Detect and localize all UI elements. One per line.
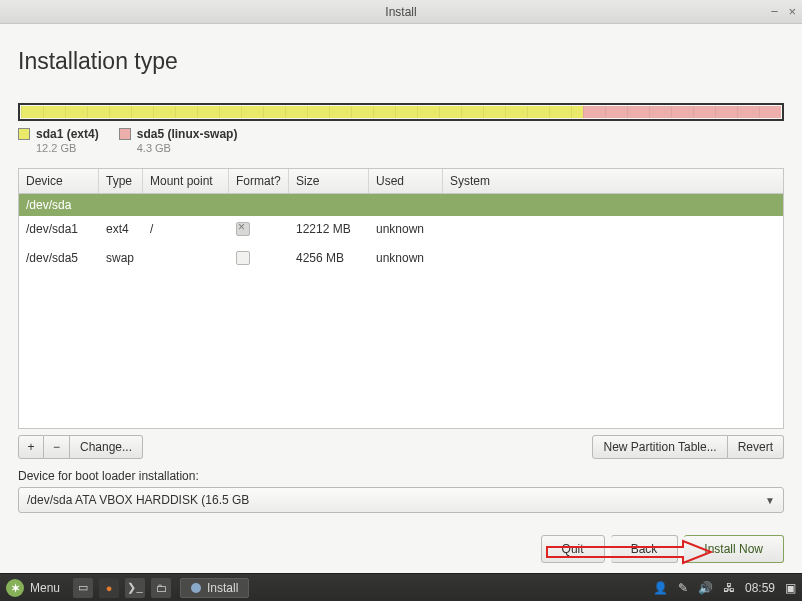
change-partition-button[interactable]: Change... bbox=[70, 435, 143, 459]
partition-table: Device Type Mount point Format? Size Use… bbox=[18, 168, 784, 429]
cell-system bbox=[443, 251, 783, 268]
chevron-down-icon: ▼ bbox=[765, 495, 775, 506]
swatch-pink bbox=[119, 128, 131, 140]
terminal-icon[interactable]: ❯_ bbox=[125, 578, 145, 598]
col-type[interactable]: Type bbox=[99, 169, 143, 193]
clock[interactable]: 08:59 bbox=[745, 581, 775, 595]
edit-icon[interactable]: ✎ bbox=[678, 581, 688, 595]
partition-seg-sda1 bbox=[21, 106, 583, 118]
bootloader-value: /dev/sda ATA VBOX HARDDISK (16.5 GB bbox=[27, 493, 249, 507]
files-icon[interactable]: 🗀 bbox=[151, 578, 171, 598]
cell-used: unknown bbox=[369, 251, 443, 268]
col-mount[interactable]: Mount point bbox=[143, 169, 229, 193]
legend-name: sda5 (linux-swap) bbox=[137, 127, 238, 141]
revert-button[interactable]: Revert bbox=[728, 435, 784, 459]
legend-name: sda1 (ext4) bbox=[36, 127, 99, 141]
cell-device: /dev/sda1 bbox=[19, 222, 99, 239]
minimize-icon[interactable]: − bbox=[771, 4, 779, 19]
device-group-row[interactable]: /dev/sda bbox=[19, 194, 783, 216]
new-partition-table-button[interactable]: New Partition Table... bbox=[592, 435, 727, 459]
quit-button[interactable]: Quit bbox=[541, 535, 605, 563]
show-desktop-icon[interactable]: ▭ bbox=[73, 578, 93, 598]
col-size[interactable]: Size bbox=[289, 169, 369, 193]
cell-system bbox=[443, 222, 783, 239]
cell-type: swap bbox=[99, 251, 143, 268]
taskbar: ✶ Menu ▭ ● ❯_ 🗀 Install 👤 ✎ 🔊 🖧 08:59 ▣ bbox=[0, 573, 802, 601]
app-icon bbox=[191, 583, 201, 593]
window-title: Install bbox=[385, 5, 416, 19]
col-used[interactable]: Used bbox=[369, 169, 443, 193]
install-now-button[interactable]: Install Now bbox=[684, 535, 784, 563]
user-icon[interactable]: 👤 bbox=[653, 581, 668, 595]
network-icon[interactable]: 🖧 bbox=[723, 581, 735, 595]
bootloader-select[interactable]: /dev/sda ATA VBOX HARDDISK (16.5 GB ▼ bbox=[18, 487, 784, 513]
volume-icon[interactable]: 🔊 bbox=[698, 581, 713, 595]
table-row[interactable]: /dev/sda1ext4/12212 MBunknown bbox=[19, 216, 783, 245]
col-system[interactable]: System bbox=[443, 169, 783, 193]
cell-device: /dev/sda5 bbox=[19, 251, 99, 268]
format-checkbox[interactable] bbox=[236, 222, 250, 236]
back-button[interactable]: Back bbox=[611, 535, 679, 563]
page-title: Installation type bbox=[18, 48, 784, 75]
mint-logo-icon[interactable]: ✶ bbox=[6, 579, 24, 597]
cell-type: ext4 bbox=[99, 222, 143, 239]
taskbar-entry-install[interactable]: Install bbox=[180, 578, 249, 598]
partition-bar bbox=[18, 103, 784, 121]
cell-size: 12212 MB bbox=[289, 222, 369, 239]
format-checkbox[interactable] bbox=[236, 251, 250, 265]
tray-toggle-icon[interactable]: ▣ bbox=[785, 581, 796, 595]
table-row[interactable]: /dev/sda5swap4256 MBunknown bbox=[19, 245, 783, 274]
legend-size: 4.3 GB bbox=[137, 142, 238, 154]
cell-format[interactable] bbox=[229, 222, 289, 239]
col-device[interactable]: Device bbox=[19, 169, 99, 193]
swatch-yellow bbox=[18, 128, 30, 140]
partition-legend: sda1 (ext4) 12.2 GB sda5 (linux-swap) 4.… bbox=[18, 127, 784, 154]
menu-button[interactable]: Menu bbox=[30, 581, 60, 595]
firefox-icon[interactable]: ● bbox=[99, 578, 119, 598]
cell-used: unknown bbox=[369, 222, 443, 239]
bootloader-label: Device for boot loader installation: bbox=[18, 469, 784, 483]
add-partition-button[interactable]: + bbox=[18, 435, 44, 459]
col-format[interactable]: Format? bbox=[229, 169, 289, 193]
cell-mount bbox=[143, 251, 229, 268]
cell-size: 4256 MB bbox=[289, 251, 369, 268]
remove-partition-button[interactable]: − bbox=[44, 435, 70, 459]
legend-size: 12.2 GB bbox=[36, 142, 99, 154]
cell-mount: / bbox=[143, 222, 229, 239]
cell-format[interactable] bbox=[229, 251, 289, 268]
close-icon[interactable]: × bbox=[788, 4, 796, 19]
titlebar: Install − × bbox=[0, 0, 802, 24]
partition-seg-sda5 bbox=[583, 106, 781, 118]
